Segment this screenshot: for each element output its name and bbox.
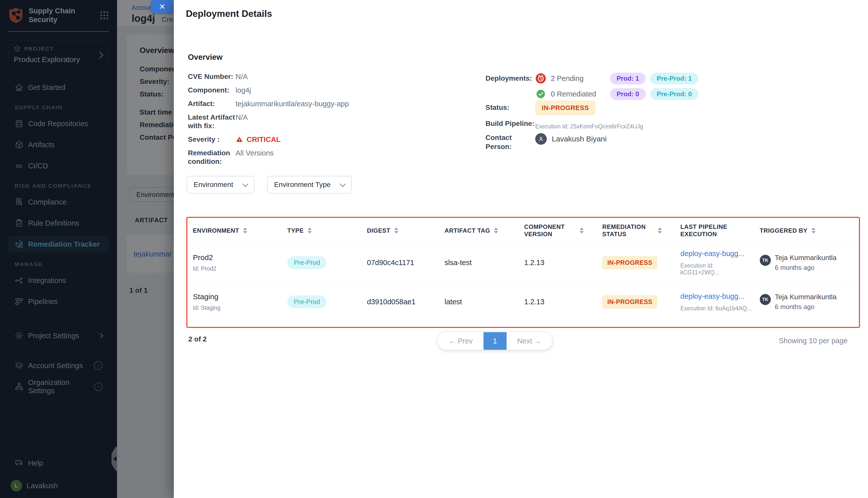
column-label: DIGEST (367, 227, 390, 234)
table-row[interactable]: Staging Id: Staging Pre-Prod d3910d058ae… (187, 282, 859, 322)
close-button[interactable]: ✕ (151, 0, 174, 13)
sort-icon[interactable] (243, 228, 247, 233)
column-header-remediation-status[interactable]: REMEDIATION STATUS (597, 223, 675, 238)
sort-icon[interactable] (658, 228, 662, 233)
contact-name: Lavakush Biyani (552, 135, 606, 143)
severity-value: CRITICAL (246, 135, 281, 144)
filter-label: Environment Type (274, 181, 331, 189)
cell-remediation-status: IN-PROGRESS (597, 256, 675, 270)
pending-clock-icon (535, 73, 546, 84)
table-filters: Environment Environment Type (187, 176, 352, 194)
cell-last-pipeline-execution: deploy-easy-bugg... Execution Id: kCG11×… (675, 249, 754, 276)
cell-artifact-tag: latest (439, 298, 519, 306)
field-value: All Versions (236, 149, 274, 166)
cell-component-version: 1.2.13 (519, 298, 597, 306)
environment-type-filter-dropdown[interactable]: Environment Type (267, 176, 352, 194)
triggered-by-name: Teja Kummarikuntla (775, 293, 837, 301)
column-label: TYPE (287, 227, 304, 234)
contact-person: Lavakush Biyani (535, 133, 606, 145)
environment-id: Id: Staging (193, 304, 282, 311)
table-footer-strip (187, 322, 859, 328)
table-row[interactable]: Prod2 Id: Prod2 Pre-Prod 07d90c4c1171 sl… (187, 243, 859, 282)
field-remediation-condition: Remediation condition: All Versions (188, 149, 349, 166)
pipeline-link[interactable]: deploy-easy-bugg... (680, 249, 754, 258)
deployments-table: ENVIRONMENT TYPE DIGEST ARTIFACT TAG COM… (186, 217, 860, 328)
next-page-button[interactable]: Next → (507, 332, 552, 350)
triggered-by-name: Teja Kummarikuntla (775, 254, 837, 262)
column-label: REMEDIATION STATUS (602, 223, 654, 238)
sort-icon[interactable] (308, 228, 312, 233)
pipeline-link[interactable]: deploy-easy-bugg... (680, 292, 754, 301)
sort-icon[interactable] (394, 228, 398, 233)
environment-id: Id: Prod2 (193, 265, 282, 272)
pagination-control: ← Prev 1 Next → (438, 332, 552, 350)
type-badge: Pre-Prod (287, 296, 326, 308)
field-value: N/A (236, 113, 248, 130)
column-label: COMPONENT VERSION (524, 223, 576, 238)
field-value: log4j (236, 86, 251, 94)
check-circle-icon (536, 89, 546, 99)
app-root: Supply Chain Security PROJECT Product Ex… (0, 0, 868, 498)
current-page-button[interactable]: 1 (483, 332, 507, 350)
field-severity: Severity : CRITICAL (188, 135, 349, 144)
column-header-component-version[interactable]: COMPONENT VERSION (519, 223, 597, 238)
field-latest-artifact: Latest Artifact with fix: N/A (188, 113, 349, 130)
cell-last-pipeline-execution: deploy-easy-bugg... Execution Id: 6uAq1b… (675, 292, 754, 312)
field-label: Severity : (188, 135, 236, 144)
prod-badge: Prod: 0 (610, 88, 646, 100)
build-pipeline-execution-id: Execution Id: 25xKomFoQces6rFcxZ4UJg (535, 123, 643, 130)
build-pipeline-label: Build Pipeline: (485, 119, 534, 128)
contact-person-label: Contact Person: (485, 133, 523, 151)
sort-icon[interactable] (494, 228, 498, 233)
preprod-badge: Pre-Prod: 0 (650, 88, 698, 100)
remediated-deployments-row: 0 Remediated Prod: 0 Pre-Prod: 0 (535, 88, 698, 100)
overview-section-title: Overview (188, 53, 223, 62)
triggered-by-avatar: TK (760, 294, 771, 305)
environment-name: Staging (193, 292, 282, 301)
field-value: N/A (236, 73, 248, 81)
field-label: CVE Number: (188, 73, 236, 81)
environment-filter-dropdown[interactable]: Environment (187, 176, 254, 194)
cell-digest: 07d90c4c1171 (361, 259, 439, 267)
deployments-label: Deployments: (485, 74, 532, 83)
field-label: Artifact: (188, 100, 236, 108)
sort-icon[interactable] (580, 228, 584, 233)
modal-title: Deployment Details (186, 9, 272, 19)
close-icon: ✕ (159, 2, 165, 11)
preprod-badge: Pre-Prod: 1 (650, 73, 698, 84)
field-artifact: Artifact: tejakummarikuntla/easy-buggy-a… (188, 100, 349, 108)
person-avatar-icon (535, 133, 547, 145)
deployment-details-modal: Deployment Details Overview CVE Number: … (174, 0, 868, 498)
cell-triggered-by: TK Teja Kummarikuntla 6 months ago (754, 254, 859, 272)
sort-icon[interactable] (812, 228, 815, 233)
column-header-environment[interactable]: ENVIRONMENT (187, 227, 282, 234)
prev-page-button[interactable]: ← Prev (438, 332, 483, 350)
table-header-row: ENVIRONMENT TYPE DIGEST ARTIFACT TAG COM… (187, 218, 859, 243)
column-header-triggered-by[interactable]: TRIGGERED BY (754, 227, 859, 234)
column-label: ARTIFACT TAG (444, 227, 490, 234)
column-label: TRIGGERED BY (760, 227, 807, 234)
status-badge: IN-PROGRESS (535, 101, 596, 115)
row-count: 2 of 2 (188, 335, 207, 343)
column-label: ENVIRONMENT (193, 227, 239, 234)
column-header-artifact-tag[interactable]: ARTIFACT TAG (439, 227, 519, 234)
chevron-down-icon (242, 181, 249, 187)
execution-id: Execution Id: kCG11×2WQ... (680, 262, 754, 276)
field-value: tejakummarikuntla/easy-buggy-app (236, 100, 349, 108)
column-header-digest[interactable]: DIGEST (361, 227, 439, 234)
status-badge: IN-PROGRESS (602, 295, 657, 309)
pending-count: 2 Pending (551, 74, 605, 83)
column-header-last-pipeline-execution[interactable]: LAST PIPELINE EXECUTION (675, 223, 754, 238)
triggered-by-avatar: TK (760, 255, 771, 266)
cell-digest: d3910d058ae1 (361, 298, 439, 306)
column-header-type[interactable]: TYPE (282, 227, 361, 234)
field-component: Component: log4j (188, 86, 349, 94)
triggered-by-time: 6 months ago (775, 264, 837, 272)
filter-label: Environment (193, 181, 233, 189)
field-cve: CVE Number: N/A (188, 73, 349, 81)
warning-triangle-icon (236, 136, 243, 143)
cell-remediation-status: IN-PROGRESS (597, 295, 675, 309)
environment-name: Prod2 (193, 253, 282, 262)
chevron-down-icon (340, 181, 346, 187)
field-label: Remediation condition: (188, 149, 236, 166)
